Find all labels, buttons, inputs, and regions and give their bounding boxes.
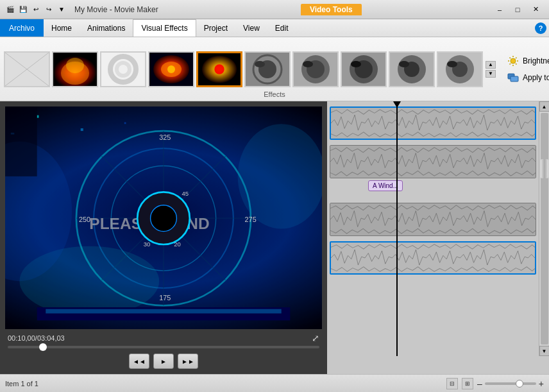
brightness-label: Brightness xyxy=(523,56,549,65)
timeline-area: A Wind... xyxy=(327,101,549,374)
timeline-scrollbar[interactable]: ▲ ▼ xyxy=(539,101,549,356)
svg-point-69 xyxy=(151,205,177,232)
title-bar-left: 🎬 💾 ↩ ↪ ▼ My Movie - Movie Maker xyxy=(5,4,158,15)
preview-area: PLEASE STAND 325 175 250 275 xyxy=(0,101,327,374)
timeline-track-4 xyxy=(330,241,536,275)
video-preview[interactable]: PLEASE STAND 325 175 250 275 xyxy=(5,107,322,329)
svg-line-43 xyxy=(516,57,517,58)
track-content-1[interactable] xyxy=(330,107,536,140)
next-frame-button[interactable]: ►► xyxy=(178,354,198,369)
menu-edit[interactable]: Edit xyxy=(267,19,296,37)
svg-rect-86 xyxy=(330,203,536,235)
menu-animations[interactable]: Animations xyxy=(80,19,133,37)
menu-visual-effects[interactable]: Visual Effects xyxy=(133,19,196,37)
text-overlay-spacer xyxy=(327,181,549,200)
playhead[interactable] xyxy=(396,101,398,356)
timeline-scroll-up[interactable]: ▲ xyxy=(539,101,550,112)
svg-point-19 xyxy=(255,61,265,67)
effects-grid xyxy=(4,51,483,87)
zoom-slider[interactable] xyxy=(485,382,536,385)
zoom-in-button[interactable]: + xyxy=(539,379,544,389)
apply-to-all-action[interactable]: Apply to all xyxy=(505,71,549,85)
track-content-2[interactable] xyxy=(330,145,536,178)
svg-text:325: 325 xyxy=(159,133,171,141)
svg-point-23 xyxy=(303,61,313,67)
save-icon[interactable]: 💾 xyxy=(18,4,28,15)
effect-bw4[interactable] xyxy=(389,51,435,87)
timeline-scroll-thumb[interactable] xyxy=(541,159,548,178)
effect-bw1[interactable] xyxy=(244,51,291,87)
scroll-down[interactable]: ▼ xyxy=(486,70,496,78)
view-icon-1[interactable]: ⊟ xyxy=(446,378,458,389)
preview-controls: 00:10,00/03:04,03 ⤢ xyxy=(5,333,322,343)
effect-bw3[interactable] xyxy=(341,51,387,87)
status-bar-right: ⊟ ⊞ – + xyxy=(446,378,544,389)
timeline-track-2: A Wind... xyxy=(330,145,536,178)
scrubber-thumb[interactable] xyxy=(39,343,47,351)
svg-text:30: 30 xyxy=(144,241,151,248)
track-content-3[interactable] xyxy=(330,203,536,236)
effect-blur[interactable] xyxy=(100,51,146,87)
svg-text:250: 250 xyxy=(79,216,90,223)
app-icon: 🎬 xyxy=(5,4,15,15)
svg-point-35 xyxy=(447,61,457,67)
brightness-icon xyxy=(507,55,519,67)
transport-controls: ◄◄ ► ►► xyxy=(5,354,322,369)
effect-selected[interactable] xyxy=(196,51,242,87)
scrubber-row xyxy=(5,346,322,348)
svg-rect-67 xyxy=(5,107,37,176)
svg-rect-46 xyxy=(511,76,518,81)
close-button[interactable]: ✕ xyxy=(527,3,544,16)
svg-rect-64 xyxy=(37,115,39,118)
effect-bw5[interactable] xyxy=(437,51,483,87)
brightness-action[interactable]: Brightness xyxy=(505,54,549,68)
fullscreen-button[interactable]: ⤢ xyxy=(312,333,319,343)
track-content-4[interactable] xyxy=(330,241,536,275)
svg-point-15 xyxy=(214,64,224,74)
effect-none[interactable] xyxy=(4,51,50,87)
redo-icon[interactable]: ↪ xyxy=(44,4,54,15)
time-display: 00:10,00/03:04,03 xyxy=(8,334,65,342)
svg-point-36 xyxy=(511,58,516,64)
svg-rect-84 xyxy=(331,108,535,139)
svg-text:275: 275 xyxy=(245,216,257,223)
svg-rect-66 xyxy=(124,122,126,124)
prev-frame-button[interactable]: ◄◄ xyxy=(129,354,149,369)
view-icon-2[interactable]: ⊞ xyxy=(462,378,473,389)
title-bar: 🎬 💾 ↩ ↪ ▼ My Movie - Movie Maker Video T… xyxy=(0,0,549,19)
effect-bw2[interactable] xyxy=(292,51,339,87)
undo-icon[interactable]: ↩ xyxy=(31,4,41,15)
svg-rect-65 xyxy=(81,128,83,131)
dropdown-icon[interactable]: ▼ xyxy=(56,4,67,15)
video-tools-tab[interactable]: Video Tools xyxy=(301,4,362,15)
help-button[interactable]: ? xyxy=(535,22,546,34)
menu-view[interactable]: View xyxy=(235,19,267,37)
svg-text:20: 20 xyxy=(174,241,181,248)
menu-bar: Archivo Home Animations Visual Effects P… xyxy=(0,19,549,37)
zoom-slider-thumb[interactable] xyxy=(516,380,523,388)
timeline-scroll-track[interactable] xyxy=(541,113,548,345)
svg-point-31 xyxy=(399,61,409,67)
timeline-scroll-down[interactable]: ▼ xyxy=(539,346,550,356)
effect-warm[interactable] xyxy=(52,51,98,87)
effect-orange[interactable] xyxy=(148,51,194,87)
zoom-out-button[interactable]: – xyxy=(477,379,482,389)
maximize-button[interactable]: □ xyxy=(509,3,526,16)
ribbon: ▲ ▼ Brightness xyxy=(0,37,549,101)
menu-archivo[interactable]: Archivo xyxy=(0,19,44,37)
scroll-arrows: ▲ ▼ xyxy=(486,61,496,78)
menu-home[interactable]: Home xyxy=(44,19,80,37)
zoom-control: – + xyxy=(477,379,544,389)
effects-section-label: Effects xyxy=(264,90,285,98)
svg-line-44 xyxy=(510,64,511,65)
minimize-button[interactable]: – xyxy=(491,3,508,16)
svg-point-5 xyxy=(66,58,84,73)
play-button[interactable]: ► xyxy=(153,354,174,369)
svg-line-42 xyxy=(516,64,517,65)
title-controls: – □ ✕ xyxy=(491,3,544,16)
menu-project[interactable]: Project xyxy=(196,19,235,37)
scrubber[interactable] xyxy=(8,346,319,348)
timeline-track-1 xyxy=(330,107,536,140)
scroll-up[interactable]: ▲ xyxy=(486,61,496,69)
status-bar: Item 1 of 1 ⊟ ⊞ – + xyxy=(0,374,549,392)
